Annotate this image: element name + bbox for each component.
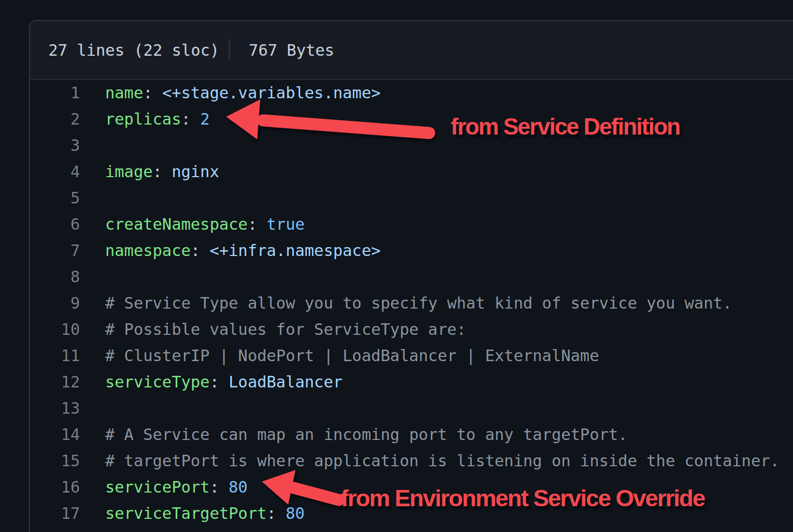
- file-header: 27 lines (22 sloc) 767 Bytes: [30, 21, 793, 80]
- token-punct: :: [143, 84, 162, 102]
- code-line-1: 1name: <+stage.variables.name>: [30, 80, 793, 106]
- line-number[interactable]: 16: [30, 474, 80, 500]
- header-divider: [229, 39, 230, 61]
- token-key: name: [105, 84, 143, 102]
- token-comment: # ClusterIP | NodePort | LoadBalancer | …: [105, 346, 599, 365]
- code-text: createNamespace: true: [80, 211, 304, 238]
- line-number[interactable]: 7: [30, 238, 80, 264]
- line-number[interactable]: 12: [30, 369, 80, 395]
- code-line-9: 9# Service Type allow you to specify wha…: [30, 290, 793, 316]
- code-line-7: 7namespace: <+infra.namespace>: [30, 238, 793, 264]
- line-number[interactable]: 1: [30, 80, 80, 106]
- code-area: 1name: <+stage.variables.name>2replicas:…: [30, 80, 793, 527]
- line-number[interactable]: 10: [30, 316, 80, 343]
- annotation-environment-override: from Environment Service Override: [341, 485, 705, 512]
- token-str: nginx: [171, 162, 219, 181]
- line-number[interactable]: 8: [30, 264, 80, 290]
- file-size: 767 Bytes: [249, 41, 334, 59]
- line-number[interactable]: 11: [30, 343, 80, 369]
- file-viewer: 27 lines (22 sloc) 767 Bytes 1name: <+st…: [29, 20, 793, 532]
- code-line-12: 12serviceType: LoadBalancer: [30, 369, 793, 395]
- line-number[interactable]: 14: [30, 422, 80, 448]
- token-key: namespace: [105, 241, 191, 260]
- token-comment: # targetPort is where application is lis…: [105, 452, 779, 470]
- token-key: replicas: [105, 110, 181, 128]
- line-number[interactable]: 9: [30, 290, 80, 316]
- line-number[interactable]: 5: [30, 185, 80, 211]
- code-line-5: 5: [30, 185, 793, 211]
- token-num: true: [267, 215, 304, 233]
- file-lines-info: 27 lines (22 sloc): [48, 41, 219, 59]
- code-text: serviceType: LoadBalancer: [80, 369, 343, 395]
- annotation-service-definition: from Service Definition: [451, 114, 680, 140]
- token-str: LoadBalancer: [229, 373, 343, 391]
- token-num: 80: [229, 478, 248, 496]
- token-key: createNamespace: [105, 215, 248, 233]
- token-num: 2: [200, 110, 210, 128]
- code-text: # ClusterIP | NodePort | LoadBalancer | …: [80, 343, 599, 369]
- code-text: namespace: <+infra.namespace>: [80, 238, 381, 264]
- code-line-8: 8: [30, 264, 793, 290]
- code-line-11: 11# ClusterIP | NodePort | LoadBalancer …: [30, 343, 793, 369]
- token-punct: :: [210, 478, 229, 496]
- code-text: [80, 132, 105, 159]
- token-punct: :: [210, 373, 229, 391]
- code-line-15: 15# targetPort is where application is l…: [30, 448, 793, 474]
- code-line-6: 6createNamespace: true: [30, 211, 793, 238]
- code-text: name: <+stage.variables.name>: [80, 80, 381, 106]
- token-punct: :: [248, 215, 267, 233]
- page: { "header": { "lines_info": "27 lines (2…: [0, 0, 793, 532]
- token-punct: :: [191, 241, 210, 260]
- line-number[interactable]: 15: [30, 448, 80, 474]
- code-text: # Service Type allow you to specify what…: [80, 290, 732, 316]
- token-punct: :: [181, 110, 200, 128]
- token-key: serviceTargetPort: [105, 504, 267, 523]
- code-text: servicePort: 80: [80, 474, 248, 500]
- code-text: [80, 264, 105, 290]
- token-key: servicePort: [105, 478, 210, 496]
- line-number[interactable]: 4: [30, 159, 80, 185]
- code-line-13: 13: [30, 395, 793, 422]
- code-line-14: 14# A Service can map an incoming port t…: [30, 422, 793, 448]
- token-str: <+infra.namespace>: [210, 241, 381, 260]
- line-number[interactable]: 2: [30, 106, 80, 132]
- code-text: image: nginx: [80, 159, 219, 185]
- line-number[interactable]: 17: [30, 500, 80, 527]
- line-number[interactable]: 3: [30, 132, 80, 159]
- token-comment: # A Service can map an incoming port to …: [105, 425, 627, 444]
- code-text: # targetPort is where application is lis…: [80, 448, 779, 474]
- code-line-10: 10# Possible values for ServiceType are:: [30, 316, 793, 343]
- token-str: <+stage.variables.name>: [162, 84, 380, 102]
- token-punct: :: [152, 162, 171, 181]
- token-key: serviceType: [105, 373, 210, 391]
- code-line-4: 4image: nginx: [30, 159, 793, 185]
- code-text: serviceTargetPort: 80: [80, 500, 304, 527]
- token-punct: :: [267, 504, 286, 523]
- token-comment: # Possible values for ServiceType are:: [105, 320, 466, 339]
- line-number[interactable]: 6: [30, 211, 80, 238]
- code-text: # A Service can map an incoming port to …: [80, 422, 627, 448]
- token-key: image: [105, 162, 152, 181]
- token-num: 80: [286, 504, 304, 523]
- code-text: [80, 185, 105, 211]
- token-comment: # Service Type allow you to specify what…: [105, 294, 732, 312]
- code-text: [80, 395, 105, 422]
- code-text: replicas: 2: [80, 106, 210, 132]
- line-number[interactable]: 13: [30, 395, 80, 422]
- code-text: # Possible values for ServiceType are:: [80, 316, 466, 343]
